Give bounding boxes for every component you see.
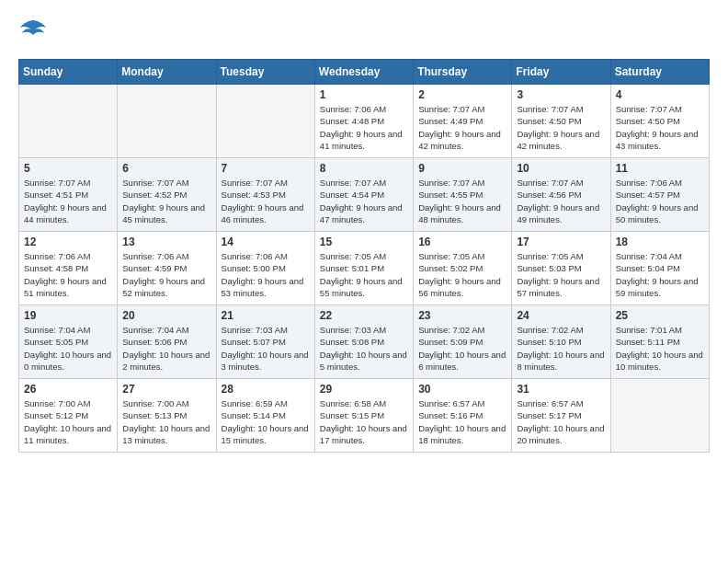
day-info: Sunrise: 7:05 AM Sunset: 5:02 PM Dayligh… [418,250,506,299]
day-info: Sunrise: 7:07 AM Sunset: 4:51 PM Dayligh… [24,177,112,225]
day-info: Sunrise: 7:07 AM Sunset: 4:50 PM Dayligh… [517,103,605,152]
day-number: 7 [222,162,310,175]
day-info: Sunrise: 7:06 AM Sunset: 4:57 PM Dayligh… [616,177,704,225]
day-info: Sunrise: 7:02 AM Sunset: 5:10 PM Dayligh… [517,324,605,373]
day-info: Sunrise: 6:59 AM Sunset: 5:14 PM Dayligh… [222,397,310,446]
day-info: Sunrise: 7:05 AM Sunset: 5:03 PM Dayligh… [517,250,605,299]
day-number: 13 [122,236,210,248]
day-info: Sunrise: 7:07 AM Sunset: 4:56 PM Dayligh… [517,177,605,225]
calendar-cell: 9Sunrise: 7:07 AM Sunset: 4:55 PM Daylig… [414,158,512,232]
day-info: Sunrise: 7:00 AM Sunset: 5:13 PM Dayligh… [122,397,210,446]
calendar-cell [610,379,709,453]
day-number: 28 [222,383,310,396]
day-number: 4 [616,88,704,101]
calendar-week-5: 26Sunrise: 7:00 AM Sunset: 5:12 PM Dayli… [19,379,710,453]
calendar-cell: 8Sunrise: 7:07 AM Sunset: 4:54 PM Daylig… [314,158,413,232]
weekday-header-friday: Friday [512,60,610,85]
day-number: 3 [517,88,605,101]
day-info: Sunrise: 7:01 AM Sunset: 5:11 PM Dayligh… [616,324,704,373]
day-info: Sunrise: 6:57 AM Sunset: 5:17 PM Dayligh… [517,397,605,446]
day-number: 9 [418,162,506,175]
calendar-cell: 14Sunrise: 7:06 AM Sunset: 5:00 PM Dayli… [216,232,314,305]
day-number: 17 [517,236,605,248]
calendar-cell [19,85,118,158]
day-number: 22 [320,309,408,322]
calendar-cell: 18Sunrise: 7:04 AM Sunset: 5:04 PM Dayli… [610,232,709,305]
day-number: 15 [320,236,408,248]
calendar-cell: 23Sunrise: 7:02 AM Sunset: 5:09 PM Dayli… [414,305,512,379]
calendar-cell: 15Sunrise: 7:05 AM Sunset: 5:01 PM Dayli… [314,232,413,305]
calendar-cell: 6Sunrise: 7:07 AM Sunset: 4:52 PM Daylig… [118,158,216,232]
calendar-table: SundayMondayTuesdayWednesdayThursdayFrid… [18,59,710,453]
day-number: 31 [517,383,605,396]
page-header [18,18,710,44]
calendar-cell: 29Sunrise: 6:58 AM Sunset: 5:15 PM Dayli… [314,379,413,453]
day-number: 25 [616,309,704,322]
day-info: Sunrise: 7:04 AM Sunset: 5:04 PM Dayligh… [616,250,704,299]
day-number: 24 [517,309,605,322]
day-info: Sunrise: 7:07 AM Sunset: 4:52 PM Dayligh… [122,177,210,225]
calendar-cell: 28Sunrise: 6:59 AM Sunset: 5:14 PM Dayli… [216,379,314,453]
calendar-cell [118,85,216,158]
weekday-header-tuesday: Tuesday [216,60,314,85]
day-number: 1 [320,88,408,101]
day-number: 18 [616,236,704,248]
day-number: 30 [418,383,506,396]
day-number: 29 [320,383,408,396]
calendar-cell: 12Sunrise: 7:06 AM Sunset: 4:58 PM Dayli… [19,232,118,305]
day-info: Sunrise: 7:04 AM Sunset: 5:06 PM Dayligh… [122,324,210,373]
calendar-cell: 10Sunrise: 7:07 AM Sunset: 4:56 PM Dayli… [512,158,610,232]
calendar-week-4: 19Sunrise: 7:04 AM Sunset: 5:05 PM Dayli… [19,305,710,379]
day-info: Sunrise: 7:02 AM Sunset: 5:09 PM Dayligh… [418,324,506,373]
calendar-cell: 24Sunrise: 7:02 AM Sunset: 5:10 PM Dayli… [512,305,610,379]
calendar-cell: 25Sunrise: 7:01 AM Sunset: 5:11 PM Dayli… [610,305,709,379]
calendar-cell: 31Sunrise: 6:57 AM Sunset: 5:17 PM Dayli… [512,379,610,453]
calendar-cell: 13Sunrise: 7:06 AM Sunset: 4:59 PM Dayli… [118,232,216,305]
calendar-cell: 17Sunrise: 7:05 AM Sunset: 5:03 PM Dayli… [512,232,610,305]
calendar-cell: 4Sunrise: 7:07 AM Sunset: 4:50 PM Daylig… [610,85,709,158]
day-number: 23 [418,309,506,322]
calendar-cell: 2Sunrise: 7:07 AM Sunset: 4:49 PM Daylig… [414,85,512,158]
calendar-cell: 1Sunrise: 7:06 AM Sunset: 4:48 PM Daylig… [314,85,413,158]
day-number: 26 [24,383,112,396]
calendar-cell: 27Sunrise: 7:00 AM Sunset: 5:13 PM Dayli… [118,379,216,453]
calendar-cell [216,85,314,158]
day-number: 2 [418,88,506,101]
calendar-cell: 16Sunrise: 7:05 AM Sunset: 5:02 PM Dayli… [414,232,512,305]
calendar-cell: 3Sunrise: 7:07 AM Sunset: 4:50 PM Daylig… [512,85,610,158]
day-info: Sunrise: 7:07 AM Sunset: 4:54 PM Dayligh… [320,177,408,225]
day-info: Sunrise: 7:03 AM Sunset: 5:07 PM Dayligh… [222,324,310,373]
logo-bird-icon [18,18,48,44]
day-info: Sunrise: 7:07 AM Sunset: 4:49 PM Dayligh… [418,103,506,152]
calendar-header: SundayMondayTuesdayWednesdayThursdayFrid… [19,60,710,85]
day-number: 8 [320,162,408,175]
day-info: Sunrise: 6:58 AM Sunset: 5:15 PM Dayligh… [320,397,408,446]
calendar-cell: 5Sunrise: 7:07 AM Sunset: 4:51 PM Daylig… [19,158,118,232]
day-info: Sunrise: 7:05 AM Sunset: 5:01 PM Dayligh… [320,250,408,299]
calendar-cell: 20Sunrise: 7:04 AM Sunset: 5:06 PM Dayli… [118,305,216,379]
weekday-header-monday: Monday [118,60,216,85]
calendar-cell: 19Sunrise: 7:04 AM Sunset: 5:05 PM Dayli… [19,305,118,379]
calendar-cell: 11Sunrise: 7:06 AM Sunset: 4:57 PM Dayli… [610,158,709,232]
day-number: 16 [418,236,506,248]
day-info: Sunrise: 7:07 AM Sunset: 4:50 PM Dayligh… [616,103,704,152]
day-info: Sunrise: 7:06 AM Sunset: 4:48 PM Dayligh… [320,103,408,152]
day-info: Sunrise: 6:57 AM Sunset: 5:16 PM Dayligh… [418,397,506,446]
calendar-cell: 7Sunrise: 7:07 AM Sunset: 4:53 PM Daylig… [216,158,314,232]
calendar-week-1: 1Sunrise: 7:06 AM Sunset: 4:48 PM Daylig… [19,85,710,158]
day-info: Sunrise: 7:06 AM Sunset: 4:58 PM Dayligh… [24,250,112,299]
calendar-week-2: 5Sunrise: 7:07 AM Sunset: 4:51 PM Daylig… [19,158,710,232]
day-number: 20 [122,309,210,322]
day-info: Sunrise: 7:06 AM Sunset: 4:59 PM Dayligh… [122,250,210,299]
weekday-header-thursday: Thursday [414,60,512,85]
weekday-header-saturday: Saturday [610,60,709,85]
day-number: 12 [24,236,112,248]
day-number: 27 [122,383,210,396]
calendar-cell: 26Sunrise: 7:00 AM Sunset: 5:12 PM Dayli… [19,379,118,453]
weekday-header-sunday: Sunday [19,60,118,85]
day-info: Sunrise: 7:07 AM Sunset: 4:53 PM Dayligh… [222,177,310,225]
logo [18,18,51,44]
day-number: 6 [122,162,210,175]
calendar-week-3: 12Sunrise: 7:06 AM Sunset: 4:58 PM Dayli… [19,232,710,305]
calendar-cell: 22Sunrise: 7:03 AM Sunset: 5:08 PM Dayli… [314,305,413,379]
